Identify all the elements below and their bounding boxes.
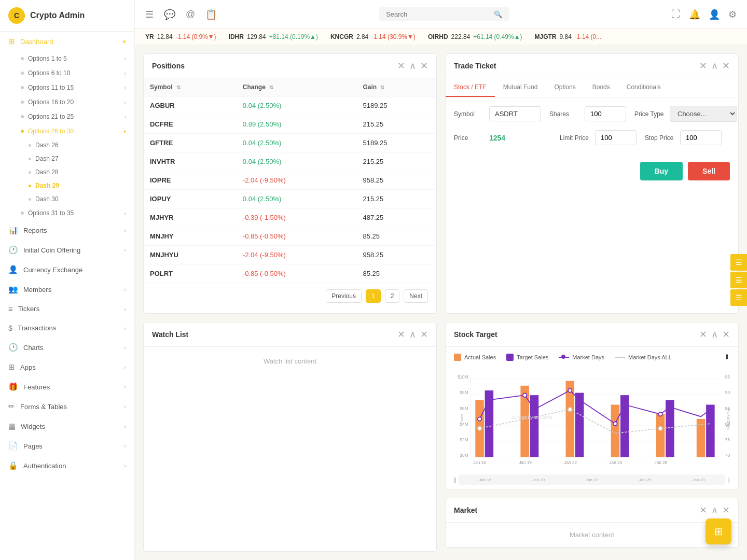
float-button[interactable]: ⊞ <box>706 519 731 544</box>
chart-container: $10M $8M $6M $4M $2M $0M 95 90 85 80 75 … <box>446 363 738 472</box>
price-label: Price <box>454 134 485 142</box>
sidebar-item-forms[interactable]: ✏ Forms & Tables › <box>0 397 134 416</box>
collapse2-icon[interactable]: ∧ <box>711 60 718 72</box>
tab-bonds[interactable]: Bonds <box>584 78 618 97</box>
search-input[interactable] <box>386 10 490 18</box>
user-icon[interactable]: 👤 <box>709 9 720 20</box>
sub-dash-30[interactable]: Dash 30 <box>0 192 134 206</box>
submenu-options-1-5[interactable]: Options 1 to 5 › <box>0 51 134 66</box>
sort-icon[interactable]: ⇅ <box>176 85 181 90</box>
sidebar-item-tickers[interactable]: ≡ Tickers › <box>0 299 134 318</box>
price-type-select[interactable]: Choose... Market Limit Stop <box>670 106 737 122</box>
sub-dash-28[interactable]: Dash 28 <box>0 165 134 179</box>
y-label-2m: $2M <box>460 438 468 442</box>
sub-dash-26[interactable]: Dash 26 <box>0 138 134 152</box>
cell-symbol: AGBUR <box>144 96 237 115</box>
sidebar-item-pages[interactable]: 📄 Pages › <box>0 436 134 456</box>
symbol-group: Symbol <box>454 106 541 121</box>
close-icon[interactable]: ✕ <box>420 60 428 72</box>
page-1-button[interactable]: 1 <box>366 289 381 303</box>
logo: C Crypto Admin <box>0 0 134 32</box>
mini-btn-3[interactable]: ☰ <box>730 289 747 306</box>
submenu-options-16-20[interactable]: Options 16 to 20 › <box>0 95 134 109</box>
options26-submenu: Dash 26 Dash 27 Dash 28 Dash 29 Dash 30 <box>0 138 134 206</box>
trade-form: Symbol Shares Price Type Choose... Ma <box>446 97 738 162</box>
x-jan19: Jan 19 <box>519 460 532 465</box>
sidebar-item-features[interactable]: 🎁 Features › <box>0 377 134 397</box>
sidebar-item-apps[interactable]: ⊞ Apps › <box>0 357 134 377</box>
close2-icon[interactable]: ✕ <box>722 60 730 72</box>
col-change: Change ⇅ <box>237 78 357 96</box>
header-left: ☰ 💬 @ 📋 <box>145 9 217 20</box>
market-content: Market content <box>446 523 738 547</box>
scrollbar-track[interactable]: Jan 16 Jan 19 Jan 22 Jan 25 Jan 28 <box>459 474 725 485</box>
table-row: MNJHYU -2.04 (-9.50%) 958.25 <box>144 246 436 264</box>
chevron-right-icon: › <box>124 463 126 469</box>
watchlist-collapse-icon[interactable]: ∧ <box>409 329 416 340</box>
sort-icon[interactable]: ⇅ <box>380 85 384 90</box>
stock-close-icon[interactable]: ✕ <box>722 329 730 340</box>
limit-price-group: Limit Price <box>560 130 637 145</box>
legend-market-days: Market Days <box>559 354 604 360</box>
market-minimize-icon[interactable]: ✕ <box>699 505 707 516</box>
shares-input[interactable] <box>585 106 626 121</box>
sidebar-item-charts[interactable]: 🕐 Charts › <box>0 338 134 357</box>
next-button[interactable]: Next <box>404 289 428 303</box>
stock-minimize-icon[interactable]: ✕ <box>699 329 707 340</box>
submenu-options-26-30[interactable]: Options 26 to 30 ▾ <box>0 124 134 138</box>
cell-gain: 85.25 <box>356 264 436 283</box>
submenu-options-11-15[interactable]: Options 11 to 15 › <box>0 80 134 95</box>
tab-conditionals[interactable]: Conditionals <box>618 78 669 97</box>
bell-icon[interactable]: 🔔 <box>689 9 700 20</box>
prev-button[interactable]: Previous <box>326 289 362 303</box>
sidebar-item-authentication[interactable]: 🔒 Authentication › <box>0 456 134 475</box>
limit-price-input[interactable] <box>595 130 637 145</box>
sell-button[interactable]: Sell <box>688 162 730 180</box>
mini-btn-2[interactable]: ☰ <box>730 272 747 288</box>
scroll-right[interactable]: ‖ <box>727 477 730 483</box>
buy-button[interactable]: Buy <box>640 162 683 180</box>
minimize2-icon[interactable]: ✕ <box>699 60 707 72</box>
sidebar-item-ico[interactable]: 🕐 Initial Coin Offering › <box>0 240 134 260</box>
stop-price-input[interactable] <box>680 130 722 145</box>
stock-collapse-icon[interactable]: ∧ <box>711 329 718 340</box>
symbol-input[interactable] <box>489 106 541 121</box>
sidebar-item-widgets[interactable]: ▦ Widgets › <box>0 416 134 436</box>
mini-btn-1[interactable]: ☰ <box>730 254 747 271</box>
gear-icon[interactable]: ⚙ <box>728 9 737 20</box>
sub-dash-27[interactable]: Dash 27 <box>0 152 134 165</box>
menu-icon[interactable]: ☰ <box>145 9 154 20</box>
sort-icon[interactable]: ⇅ <box>269 85 273 90</box>
download-icon[interactable]: ⬇ <box>724 353 730 361</box>
submenu-options-21-25[interactable]: Options 21 to 25 › <box>0 109 134 124</box>
page-2-button[interactable]: 2 <box>385 289 400 303</box>
tickers-label: Tickers <box>18 305 39 313</box>
at-icon[interactable]: @ <box>186 9 195 20</box>
sidebar-item-members[interactable]: 👥 Members › <box>0 279 134 299</box>
cell-symbol: MNJHYU <box>144 246 237 264</box>
y-label-8m: $8M <box>460 390 468 395</box>
sub-dash-29[interactable]: Dash 29 <box>0 179 134 192</box>
fullscreen-icon[interactable]: ⛶ <box>671 9 681 20</box>
tab-mutual-fund[interactable]: Mutual Fund <box>495 78 546 97</box>
submenu-options-31-35[interactable]: Options 31 to 35 › <box>0 206 134 220</box>
pages-icon: 📄 <box>8 441 18 451</box>
market-collapse-icon[interactable]: ∧ <box>711 505 718 516</box>
scroll-left[interactable]: ‖ <box>454 477 457 483</box>
minimize-icon[interactable]: ✕ <box>397 60 405 72</box>
tab-options[interactable]: Options <box>546 78 584 97</box>
chat-icon[interactable]: 💬 <box>164 9 175 20</box>
clipboard-icon[interactable]: 📋 <box>205 9 217 20</box>
watchlist-close-icon[interactable]: ✕ <box>420 329 428 340</box>
market-panel: Market ✕ ∧ ✕ Market content <box>445 498 739 548</box>
submenu-label: Options 31 to 35 <box>28 209 74 217</box>
collapse-icon[interactable]: ∧ <box>409 60 416 72</box>
sidebar-item-currency[interactable]: 👤 Currency Exchange <box>0 260 134 279</box>
tab-stock-etf[interactable]: Stock / ETF <box>446 78 495 97</box>
sidebar-item-transactions[interactable]: $ Transactions › <box>0 318 134 338</box>
sidebar-item-reports[interactable]: 📊 Reports › <box>0 220 134 240</box>
watchlist-minimize-icon[interactable]: ✕ <box>397 329 405 340</box>
market-close-icon[interactable]: ✕ <box>722 505 730 516</box>
submenu-options-6-10[interactable]: Options 6 to 10 › <box>0 66 134 80</box>
sidebar-item-dashboard[interactable]: ⊞ Dashboard ▾ <box>0 32 134 51</box>
